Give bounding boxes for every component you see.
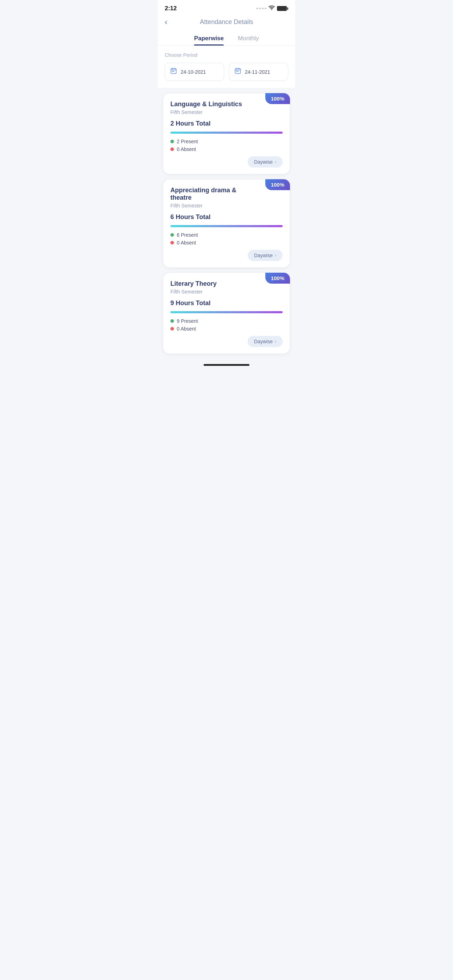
wifi-icon [269,5,275,12]
card-language-linguistics: 100% Language & Linguistics Fifth Semest… [163,94,290,174]
semester-label-2: Fifth Semester [170,203,283,208]
attendance-stats-1: 2 Present 0 Absent [170,138,283,152]
home-bar [203,364,250,366]
absent-count-1: 0 Absent [177,146,196,152]
svg-rect-5 [236,71,237,72]
present-dot-3 [170,319,174,323]
chevron-right-icon-1: › [275,159,276,164]
daywise-button-1[interactable]: Daywise › [248,156,283,167]
present-count-3: 9 Present [177,318,198,324]
present-dot-1 [170,140,174,143]
svg-rect-6 [237,71,238,72]
subject-title-1: Language & Linguistics [170,100,283,108]
start-date-input[interactable]: 24-10-2021 [165,63,224,81]
card-footer-1: Daywise › [170,156,283,167]
absent-dot-2 [170,241,174,245]
status-time: 2:12 [165,5,177,12]
tabs-container: Paperwise Monthly [158,32,295,46]
header: ‹ Attendance Details [158,15,295,32]
hours-total-2: 6 Hours Total [170,213,283,221]
absent-row-1: 0 Absent [170,146,283,152]
absent-dot-3 [170,327,174,331]
start-date-value: 24-10-2021 [181,69,206,75]
tab-monthly[interactable]: Monthly [238,35,259,46]
period-section: Choose Period 24-10-2021 [158,46,295,88]
svg-point-0 [271,9,272,10]
tab-paperwise[interactable]: Paperwise [194,35,224,46]
attendance-stats-3: 9 Present 0 Absent [170,318,283,332]
present-row-2: 6 Present [170,232,283,238]
present-count-1: 2 Present [177,138,198,144]
subject-title-2: Appreciating drama & theatre [170,187,283,201]
present-row-1: 2 Present [170,138,283,144]
signal-icon [256,8,266,9]
cards-section: 100% Language & Linguistics Fifth Semest… [158,88,295,361]
present-row-3: 9 Present [170,318,283,324]
home-indicator [158,361,295,368]
calendar-end-icon [234,67,241,76]
svg-rect-2 [172,71,173,72]
chevron-right-icon-2: › [275,253,276,258]
battery-icon [277,6,288,11]
absent-row-3: 0 Absent [170,326,283,332]
progress-bar-2 [170,225,283,227]
page-title: Attendance Details [200,18,253,26]
daywise-button-3[interactable]: Daywise › [248,336,283,347]
absent-count-3: 0 Absent [177,326,196,332]
back-button[interactable]: ‹ [165,18,167,27]
card-footer-2: Daywise › [170,250,283,261]
absent-dot-1 [170,148,174,151]
date-inputs: 24-10-2021 24-11-2021 [165,63,288,81]
hours-total-3: 9 Hours Total [170,299,283,307]
period-label: Choose Period [165,52,288,58]
percentage-badge-3: 100% [265,273,290,284]
hours-total-1: 2 Hours Total [170,120,283,127]
end-date-value: 24-11-2021 [245,69,270,75]
status-icons [256,5,288,12]
absent-count-2: 0 Absent [177,240,196,245]
present-count-2: 6 Present [177,232,198,238]
end-date-input[interactable]: 24-11-2021 [229,63,288,81]
card-literary-theory: 100% Literary Theory Fifth Semester 9 Ho… [163,273,290,353]
calendar-start-icon [170,67,177,76]
attendance-stats-2: 6 Present 0 Absent [170,232,283,245]
svg-rect-3 [173,71,174,72]
semester-label-1: Fifth Semester [170,109,283,115]
percentage-badge-1: 100% [265,93,290,104]
card-drama-theatre: 100% Appreciating drama & theatre Fifth … [163,180,290,267]
subject-title-3: Literary Theory [170,280,283,288]
percentage-badge-2: 100% [265,179,290,190]
chevron-right-icon-3: › [275,339,276,344]
status-bar: 2:12 [158,0,295,15]
card-footer-3: Daywise › [170,336,283,347]
absent-row-2: 0 Absent [170,240,283,245]
progress-bar-3 [170,311,283,313]
present-dot-2 [170,233,174,237]
semester-label-3: Fifth Semester [170,289,283,294]
progress-bar-1 [170,132,283,134]
daywise-button-2[interactable]: Daywise › [248,250,283,261]
